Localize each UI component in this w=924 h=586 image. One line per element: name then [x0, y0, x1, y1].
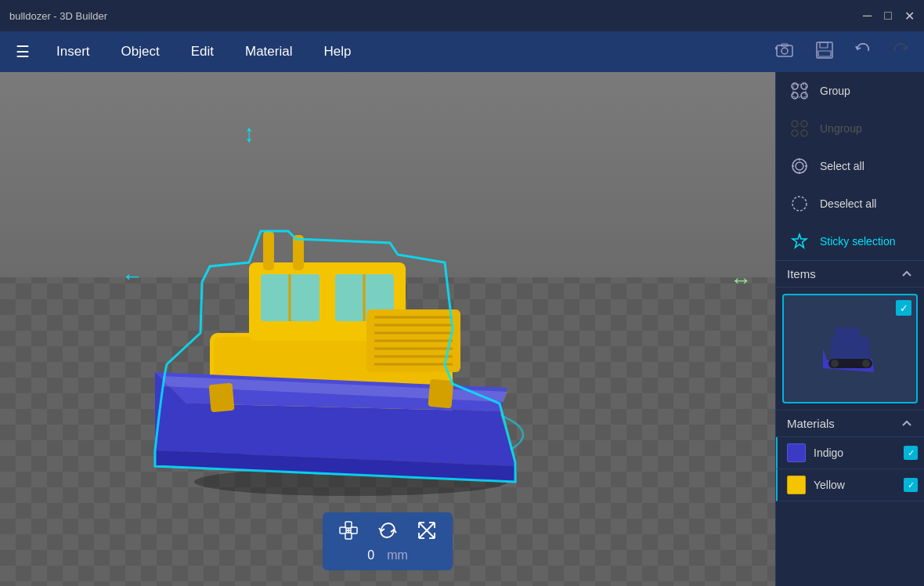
- svg-rect-75: [835, 327, 860, 343]
- item-card-bulldozer[interactable]: ✓: [782, 294, 918, 403]
- svg-rect-5: [820, 42, 828, 48]
- move-right-arrow[interactable]: ↔: [730, 268, 752, 293]
- toolbar-unit: mm: [387, 548, 408, 562]
- svg-point-61: [801, 92, 807, 99]
- menu-material[interactable]: Material: [231, 38, 306, 66]
- material-check-indigo: ✓: [904, 446, 918, 460]
- ungroup-button[interactable]: Ungroup: [776, 110, 924, 147]
- svg-point-60: [792, 92, 798, 99]
- main-area: ↕ ← ↔: [0, 72, 924, 586]
- item-thumbnail: [819, 313, 882, 384]
- material-check-yellow: ✓: [904, 478, 918, 492]
- toolbar-icons: [338, 520, 437, 545]
- toolbar-value: 0: [367, 548, 374, 562]
- scale-tool-icon[interactable]: [417, 520, 437, 545]
- maximize-button[interactable]: □: [884, 9, 892, 24]
- item-check-icon: ✓: [896, 300, 911, 316]
- move-up-arrow[interactable]: ↕: [244, 119, 253, 148]
- svg-rect-0: [777, 45, 792, 56]
- camera-action-button[interactable]: [766, 34, 803, 70]
- svg-rect-62: [793, 85, 806, 97]
- group-icon: [789, 80, 810, 102]
- save-action-button[interactable]: [807, 35, 843, 69]
- window-controls: ─ □ ✕: [863, 9, 915, 24]
- items-label: Items: [787, 267, 816, 280]
- menu-help[interactable]: Help: [309, 38, 365, 66]
- menu-insert[interactable]: Insert: [42, 38, 104, 66]
- rotate-tool-icon[interactable]: [377, 520, 398, 545]
- sticky-selection-button[interactable]: Sticky selection: [776, 222, 924, 260]
- titlebar: bulldozer - 3D Builder ─ □ ✕: [0, 0, 924, 31]
- svg-point-59: [801, 83, 807, 89]
- select-all-button[interactable]: Select all: [776, 147, 924, 185]
- menu-object[interactable]: Object: [107, 38, 174, 66]
- material-row-yellow[interactable]: Yellow ✓: [776, 469, 924, 501]
- svg-rect-3: [775, 47, 778, 49]
- materials-list: Indigo ✓ Yellow ✓: [776, 436, 924, 501]
- material-color-yellow: [787, 476, 806, 494]
- svg-point-65: [792, 130, 798, 136]
- right-panel: Group Ungroup: [775, 72, 924, 586]
- ungroup-icon: [789, 118, 810, 139]
- materials-collapse-icon: [901, 418, 913, 430]
- undo-action-button[interactable]: [846, 36, 880, 68]
- app-title: bulldozer - 3D Builder: [9, 10, 107, 22]
- svg-rect-41: [428, 379, 453, 408]
- svg-rect-30: [263, 231, 274, 270]
- svg-point-66: [801, 130, 807, 136]
- bottom-toolbar: 0 mm: [323, 512, 453, 570]
- svg-point-77: [831, 360, 839, 367]
- svg-point-73: [792, 197, 807, 211]
- svg-point-68: [796, 162, 803, 170]
- svg-point-1: [781, 48, 788, 54]
- redo-action-button[interactable]: [883, 36, 918, 68]
- materials-label: Materials: [787, 417, 835, 430]
- svg-rect-6: [818, 51, 831, 56]
- sticky-selection-label: Sticky selection: [820, 235, 895, 248]
- viewport[interactable]: ↕ ← ↔: [0, 72, 775, 586]
- svg-rect-40: [209, 383, 235, 412]
- deselect-all-button[interactable]: Deselect all: [776, 185, 924, 222]
- svg-point-58: [792, 83, 798, 89]
- select-all-label: Select all: [820, 160, 864, 172]
- svg-point-63: [792, 121, 798, 127]
- material-name-indigo: Indigo: [814, 447, 843, 459]
- bulldozer-model: [92, 153, 601, 505]
- ungroup-label: Ungroup: [820, 122, 862, 135]
- items-section-header[interactable]: Items: [776, 260, 924, 287]
- group-label: Group: [820, 85, 850, 97]
- items-grid: ✓: [776, 287, 924, 410]
- move-tool-icon[interactable]: [338, 520, 359, 545]
- group-button[interactable]: Group: [776, 72, 924, 110]
- items-collapse-icon: [901, 268, 913, 280]
- material-name-yellow: Yellow: [814, 479, 845, 491]
- menubar: ☰ Insert Object Edit Material Help: [0, 31, 924, 72]
- svg-rect-4: [817, 42, 832, 58]
- sticky-selection-icon: [789, 230, 810, 252]
- material-row-indigo[interactable]: Indigo ✓: [776, 437, 924, 469]
- hamburger-menu[interactable]: ☰: [6, 36, 39, 67]
- svg-point-67: [792, 159, 807, 173]
- minimize-button[interactable]: ─: [863, 9, 872, 24]
- menu-edit[interactable]: Edit: [177, 38, 228, 66]
- close-button[interactable]: ✕: [904, 9, 915, 24]
- svg-point-78: [862, 360, 870, 367]
- deselect-all-label: Deselect all: [820, 197, 876, 210]
- deselect-all-icon: [789, 193, 810, 215]
- svg-point-64: [801, 121, 807, 127]
- materials-section-header[interactable]: Materials: [776, 410, 924, 436]
- material-color-indigo: [787, 443, 806, 462]
- select-all-icon: [789, 155, 810, 177]
